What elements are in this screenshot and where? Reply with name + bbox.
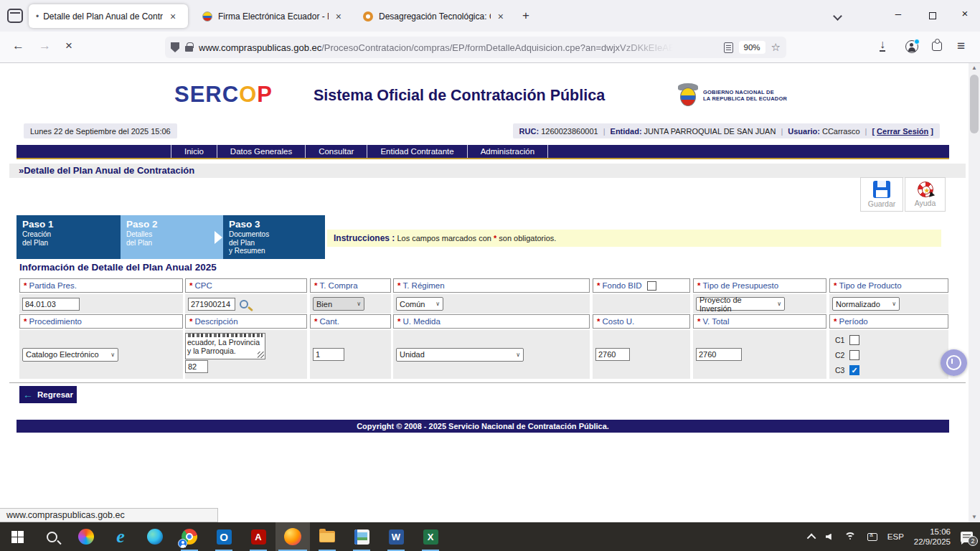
lock-icon[interactable] xyxy=(185,46,193,52)
cpc-search-magnifier-icon[interactable] xyxy=(240,300,248,309)
cant-input[interactable]: 1 xyxy=(313,348,344,361)
taskbar-word-button[interactable]: W xyxy=(379,522,413,551)
window-close-button[interactable]: × xyxy=(954,7,976,19)
language-indicator[interactable]: ESP xyxy=(887,532,904,541)
url-text[interactable]: www.compraspublicas.gob.ec/ProcesoContra… xyxy=(199,42,718,53)
u-medida-select[interactable]: Unidad∨ xyxy=(396,348,524,362)
fondo-bid-checkbox[interactable]: ✓ xyxy=(647,281,656,291)
taskbar-photos-button[interactable] xyxy=(344,522,379,551)
entidad-value: JUNTA PARROQUIAL DE SAN JUAN xyxy=(644,127,776,136)
t-compra-select[interactable]: Bien∨ xyxy=(313,297,364,311)
ayuda-button[interactable]: ★ Ayuda xyxy=(905,177,946,212)
vertical-scrollbar[interactable]: ▲ ▼ xyxy=(969,63,980,522)
descripcion-textarea[interactable]: ecuador, La Provincia y la Parroquia. xyxy=(185,333,265,359)
tab-detalle-plan[interactable]: • Detalle del Plan Anual de Contr × xyxy=(29,4,188,28)
window-maximize-button[interactable] xyxy=(922,9,943,22)
account-icon[interactable] xyxy=(905,40,918,53)
procedimiento-select[interactable]: Catalogo Electrónico∨ xyxy=(22,348,118,362)
costo-u-input[interactable]: 2760 xyxy=(595,348,630,361)
taskbar-outlook-button[interactable]: O xyxy=(207,522,241,551)
action-center-icon[interactable]: 2 xyxy=(961,532,973,542)
menu-item-consultar[interactable]: Consultar xyxy=(305,145,367,158)
word-icon: W xyxy=(389,529,404,545)
scroll-down-icon[interactable]: ▼ xyxy=(969,512,980,522)
reader-mode-icon[interactable] xyxy=(724,42,733,53)
header-tipo-presupuesto: *Tipo de Presupuesto xyxy=(693,278,826,293)
guardar-label: Guardar xyxy=(868,199,896,208)
new-tab-button[interactable]: + xyxy=(522,9,529,23)
bookmark-star-icon[interactable]: ☆ xyxy=(771,41,781,54)
floating-timer-widget[interactable] xyxy=(941,349,967,376)
guardar-button[interactable]: Guardar xyxy=(860,177,903,212)
internet-explorer-icon: e xyxy=(116,529,125,545)
tray-expand-chevron-icon[interactable] xyxy=(807,533,816,542)
section-title: Información de Detalle del Plan Anual 20… xyxy=(19,262,217,273)
notification-count-badge: 2 xyxy=(968,536,978,546)
taskbar-ie-button[interactable]: e xyxy=(103,522,138,551)
textarea-resize-grip-icon[interactable] xyxy=(258,352,264,358)
firefox-view-icon[interactable] xyxy=(7,9,23,23)
taskbar-search-button[interactable] xyxy=(34,522,69,551)
tab-firma-electronica[interactable]: Firma Electrónica Ecuador - Firm × xyxy=(195,4,349,28)
entidad-label: Entidad: xyxy=(611,127,642,136)
taskbar-file-explorer-button[interactable] xyxy=(310,522,344,551)
forward-button[interactable]: → xyxy=(39,39,51,53)
c3-checkbox[interactable]: ✓ xyxy=(849,365,859,375)
tab-desagregacion[interactable]: Desagregación Tecnológica: Cál × xyxy=(356,4,511,28)
downloads-icon[interactable]: ↓ xyxy=(880,39,885,52)
scroll-up-icon[interactable]: ▲ xyxy=(969,63,980,73)
close-tab-icon[interactable]: × xyxy=(170,11,176,22)
firefox-icon xyxy=(284,528,301,545)
site-favicon-icon xyxy=(363,11,373,22)
menu-item-entidad-contratante[interactable]: Entidad Contratante xyxy=(367,145,466,158)
tipo-producto-select[interactable]: Normalizado∨ xyxy=(832,297,900,311)
descripcion-aux-input[interactable]: 82 xyxy=(185,360,208,373)
stop-loading-button[interactable]: × xyxy=(65,39,72,53)
taskbar-acrobat-button[interactable]: A xyxy=(241,522,275,551)
cpc-input[interactable]: 271900214 xyxy=(188,298,235,311)
t-regimen-select[interactable]: Común∨ xyxy=(396,297,443,311)
display-connect-icon[interactable] xyxy=(867,533,877,541)
clock[interactable]: 15:06 22/9/2025 xyxy=(914,527,951,547)
regresar-button[interactable]: ← Regresar xyxy=(19,386,77,403)
c1-checkbox[interactable]: ✓ xyxy=(849,335,859,345)
menu-item-datos-generales[interactable]: Datos Generales xyxy=(217,145,305,158)
start-button[interactable] xyxy=(0,522,34,551)
app-menu-icon[interactable]: ≡ xyxy=(957,38,965,54)
ayuda-label: Ayuda xyxy=(915,199,936,207)
back-button[interactable]: ← xyxy=(12,39,24,53)
wifi-icon[interactable] xyxy=(844,532,857,542)
address-bar[interactable]: www.compraspublicas.gob.ec/ProcesoContra… xyxy=(165,37,786,58)
v-total-input[interactable]: 2760 xyxy=(696,348,742,361)
step-paso-3[interactable]: Paso 3 Documentos del Plan y Resumen xyxy=(223,215,325,259)
c2-checkbox[interactable]: ✓ xyxy=(849,350,859,360)
close-tab-icon[interactable]: × xyxy=(336,11,341,22)
tracking-shield-icon[interactable] xyxy=(171,42,179,52)
taskbar-firefox-button[interactable] xyxy=(275,522,310,551)
menu-item-administracion[interactable]: Administración xyxy=(467,145,548,158)
zoom-level-indicator[interactable]: 90% xyxy=(739,41,765,54)
volume-icon[interactable] xyxy=(826,534,831,540)
tipo-presupuesto-select[interactable]: Proyecto de Inversión∨ xyxy=(696,297,785,311)
taskbar-chrome-button[interactable] xyxy=(172,522,207,551)
outlook-icon: O xyxy=(217,529,232,545)
logout-link[interactable]: Cerrar Sesión xyxy=(877,127,928,136)
window-minimize-button[interactable]: – xyxy=(887,7,909,19)
form-header-row-2: *Procedimiento *Descripción *Cant. *U. M… xyxy=(19,314,948,329)
browser-tab-bar: • Detalle del Plan Anual de Contr × Firm… xyxy=(0,0,980,32)
close-tab-icon[interactable]: × xyxy=(498,11,504,22)
taskbar-copilot-button[interactable] xyxy=(69,522,103,551)
step-paso-1[interactable]: Paso 1 Creación del Plan xyxy=(17,215,121,259)
extensions-icon[interactable] xyxy=(932,42,942,51)
taskbar-excel-button[interactable]: X xyxy=(413,522,448,551)
tab-title: Desagregación Tecnológica: Cál xyxy=(379,11,491,22)
footer-copyright: Copyright © 2008 - 2025 Servicio Naciona… xyxy=(17,420,949,433)
form-value-row-1: 84.01.03 271900214 Bien∨ Común∨ Proyecto… xyxy=(19,294,948,314)
taskbar-edge-button[interactable] xyxy=(138,522,172,551)
menu-item-inicio[interactable]: Inicio xyxy=(171,145,217,158)
partida-input[interactable]: 84.01.03 xyxy=(22,298,80,311)
list-all-tabs-icon[interactable] xyxy=(833,11,842,21)
tab-title: Firma Electrónica Ecuador - Firm xyxy=(218,11,329,22)
scrollbar-thumb[interactable] xyxy=(970,75,979,133)
step-paso-2-current[interactable]: Paso 2 Detalles del Plan xyxy=(121,215,223,259)
